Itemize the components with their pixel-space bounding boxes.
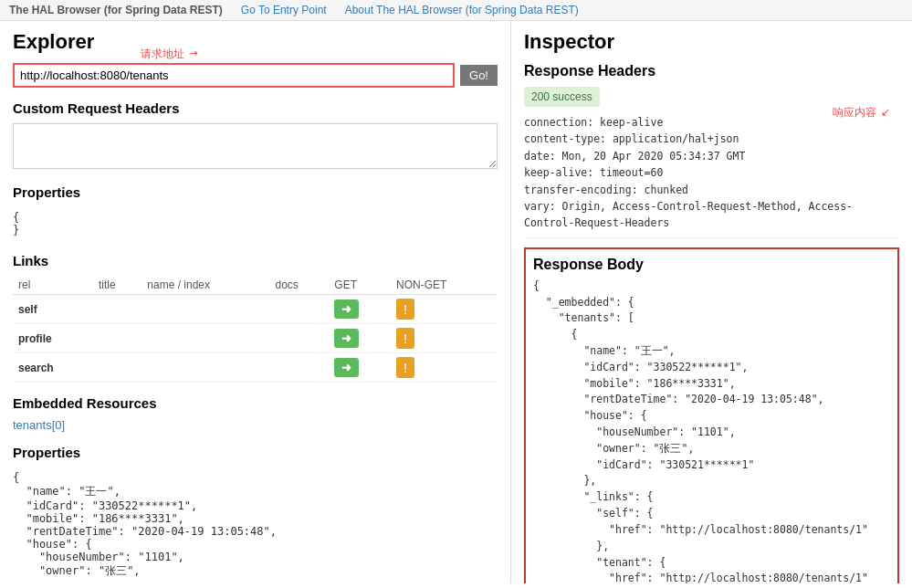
cell-get: ➜ xyxy=(329,295,391,324)
get-button[interactable]: ➜ xyxy=(334,329,359,348)
response-headers-wrapper: 200 success 响应内容 ↙ connection: keep-aliv… xyxy=(524,87,899,238)
custom-headers-title: Custom Request Headers xyxy=(13,100,498,116)
header-line: content-type: application/hal+json xyxy=(524,131,899,147)
cell-title xyxy=(93,324,142,353)
cell-get: ➜ xyxy=(329,324,391,353)
links-title: Links xyxy=(13,253,498,268)
cell-rel: search xyxy=(13,353,93,383)
cell-name xyxy=(142,295,269,324)
col-docs: docs xyxy=(269,276,329,295)
cell-name xyxy=(142,324,269,353)
cell-docs xyxy=(269,324,329,353)
properties2-title: Properties xyxy=(13,445,498,460)
col-rel: rel xyxy=(13,276,93,295)
explorer-title: Explorer xyxy=(13,30,498,54)
response-body-title: Response Body xyxy=(533,257,890,273)
nonget-button[interactable]: ! xyxy=(396,328,414,349)
get-button[interactable]: ➜ xyxy=(334,299,359,319)
properties-title: Properties xyxy=(13,184,498,200)
cell-nonget: ! xyxy=(391,324,498,353)
header-line: vary: Origin, Access-Control-Request-Met… xyxy=(524,198,899,232)
links-table: rel title name / index docs GET NON-GET … xyxy=(13,276,498,383)
table-row: self ➜ ! xyxy=(13,295,498,324)
header-line: transfer-encoding: chunked xyxy=(524,182,899,198)
cell-get: ➜ xyxy=(329,353,391,383)
table-row: profile ➜ ! xyxy=(13,324,498,353)
status-badge: 200 success xyxy=(524,87,600,107)
url-input[interactable] xyxy=(13,63,455,88)
nonget-button[interactable]: ! xyxy=(396,357,414,378)
col-title: title xyxy=(93,276,142,295)
cell-title xyxy=(93,353,142,383)
annotation-request: 请求地址 ↙ xyxy=(141,47,198,62)
table-row: search ➜ ! xyxy=(13,353,498,383)
left-panel: Explorer 请求地址 ↙ Go! Custom Request Heade… xyxy=(0,21,511,583)
cell-name xyxy=(142,353,269,383)
col-nonget: NON-GET xyxy=(391,276,498,295)
get-button[interactable]: ➜ xyxy=(334,358,359,377)
col-get: GET xyxy=(329,276,391,295)
cell-nonget: ! xyxy=(391,295,498,324)
header-line: date: Mon, 20 Apr 2020 05:34:37 GMT xyxy=(524,148,899,164)
app-title: The HAL Browser (for Spring Data REST) xyxy=(9,4,223,16)
cell-nonget: ! xyxy=(391,353,498,383)
top-nav: The HAL Browser (for Spring Data REST) G… xyxy=(0,0,912,21)
header-line: keep-alive: timeout=60 xyxy=(524,164,899,181)
embedded-link[interactable]: tenants[0] xyxy=(13,418,65,432)
right-panel: Inspector Response Headers 200 success 响… xyxy=(511,21,912,583)
col-name: name / index xyxy=(142,276,269,295)
header-line: connection: keep-alive xyxy=(524,114,899,131)
cell-docs xyxy=(269,353,329,383)
cell-rel: self xyxy=(13,295,93,324)
response-headers: connection: keep-alivecontent-type: appl… xyxy=(524,114,899,238)
url-bar: Go! xyxy=(13,63,498,88)
inspector-title: Inspector xyxy=(524,30,899,54)
properties-content: { } xyxy=(13,207,498,240)
go-button[interactable]: Go! xyxy=(460,65,498,86)
response-headers-title: Response Headers xyxy=(524,63,899,79)
response-body-container: Response Body { "_embedded": { "tenants"… xyxy=(524,247,899,583)
cell-rel: profile xyxy=(13,324,93,353)
properties2-content: { "name": "王一", "idCard": "330522******1… xyxy=(13,467,498,583)
embedded-title: Embedded Resources xyxy=(13,395,498,411)
nonget-button[interactable]: ! xyxy=(396,299,414,320)
cell-title xyxy=(93,295,142,324)
response-body-code: { "_embedded": { "tenants": [ { "name": … xyxy=(533,278,890,583)
cell-docs xyxy=(269,295,329,324)
nav-entry-point[interactable]: Go To Entry Point xyxy=(241,4,327,16)
custom-headers-input[interactable] xyxy=(13,123,498,169)
nav-about[interactable]: About The HAL Browser (for Spring Data R… xyxy=(345,4,579,16)
